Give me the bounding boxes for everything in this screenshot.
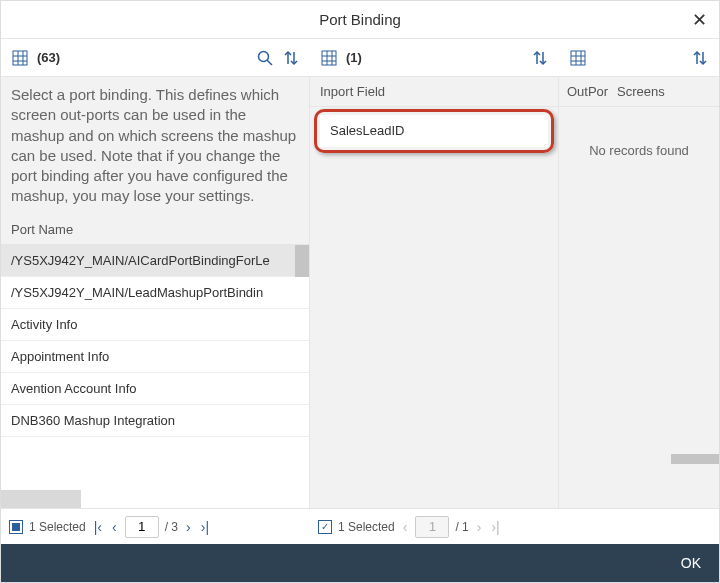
prev-page-icon[interactable]: ‹ [110,519,119,535]
sort-icon[interactable] [282,49,300,67]
col-header-screens: Screens [609,77,673,106]
inport-field-list: SalesLeadID [310,107,558,508]
table-row[interactable]: /YS5XJ942Y_MAIN/AICardPortBindingForLe [1,245,309,277]
grid-icon[interactable] [569,49,587,67]
pagers: 1 Selected |‹ ‹ / 3 › ›| ✓ 1 Selected ‹ … [1,508,719,544]
last-page-icon: ›| [489,519,501,535]
table-row[interactable]: /YS5XJ942Y_MAIN/LeadMashupPortBindin [1,277,309,309]
selected-count: 1 Selected [338,520,395,534]
close-icon[interactable]: ✕ [692,9,707,31]
dialog-title: Port Binding [319,11,401,28]
toolbar-right [559,39,719,76]
mid-panel: Inport Field SalesLeadID [310,77,559,508]
main: Select a port binding. This defines whic… [1,77,719,508]
select-indicator[interactable] [9,520,23,534]
col-header-outport: OutPor [559,77,609,106]
first-page-icon[interactable]: |‹ [92,519,104,535]
grid-icon[interactable] [11,49,29,67]
table-row[interactable]: Activity Info [1,309,309,341]
scroll-stub [1,490,81,508]
toolbar: (63) (1) [1,39,719,77]
table-row[interactable]: Avention Account Info [1,373,309,405]
svg-rect-16 [571,51,585,65]
scroll-stub [671,454,719,464]
svg-rect-9 [322,51,336,65]
last-page-icon[interactable]: ›| [199,519,211,535]
next-page-icon: › [475,519,484,535]
left-panel: Select a port binding. This defines whic… [1,77,310,508]
page-input[interactable] [125,516,159,538]
description-text: Select a port binding. This defines whic… [1,77,309,215]
ok-button[interactable]: OK [681,555,701,571]
right-column-headers: OutPor Screens [559,77,719,107]
page-total: / 1 [455,520,468,534]
mid-pager: ✓ 1 Selected ‹ / 1 › ›| [310,509,559,544]
table-row[interactable]: SalesLeadID [320,115,548,147]
left-pager: 1 Selected |‹ ‹ / 3 › ›| [1,509,310,544]
no-records-text: No records found [559,107,719,194]
prev-page-icon: ‹ [401,519,410,535]
svg-line-6 [267,60,272,65]
left-count: (63) [37,50,60,65]
table-row[interactable]: DNB360 Mashup Integration [1,405,309,437]
sort-icon[interactable] [531,49,549,67]
table-row[interactable]: Appointment Info [1,341,309,373]
select-indicator[interactable]: ✓ [318,520,332,534]
search-icon[interactable] [256,49,274,67]
left-column-header: Port Name [1,215,309,245]
scrollbar-thumb[interactable] [295,245,309,277]
toolbar-mid: (1) [310,39,559,76]
svg-rect-0 [13,51,27,65]
next-page-icon[interactable]: › [184,519,193,535]
port-name-list: /YS5XJ942Y_MAIN/AICardPortBindingForLe /… [1,245,309,489]
mid-column-header: Inport Field [310,77,558,107]
mid-count: (1) [346,50,362,65]
selected-count: 1 Selected [29,520,86,534]
grid-icon[interactable] [320,49,338,67]
titlebar: Port Binding ✕ [1,1,719,39]
page-total: / 3 [165,520,178,534]
footer: OK [1,544,719,582]
dialog: Port Binding ✕ (63) (1) Select a port bi… [0,0,720,583]
toolbar-left: (63) [1,39,310,76]
right-panel: OutPor Screens No records found [559,77,719,508]
page-input [415,516,449,538]
sort-icon[interactable] [691,49,709,67]
